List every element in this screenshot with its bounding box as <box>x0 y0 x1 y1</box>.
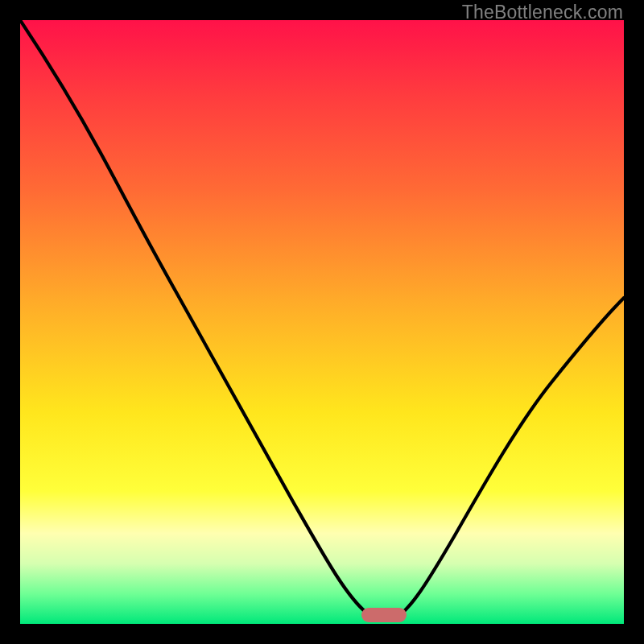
bottleneck-curve <box>20 20 624 624</box>
attribution-watermark: TheBottleneck.com <box>462 2 623 23</box>
plot-gradient-area <box>20 20 624 624</box>
optimal-point-marker <box>361 608 407 622</box>
chart-frame: TheBottleneck.com <box>0 0 644 644</box>
curve-path <box>20 20 624 621</box>
